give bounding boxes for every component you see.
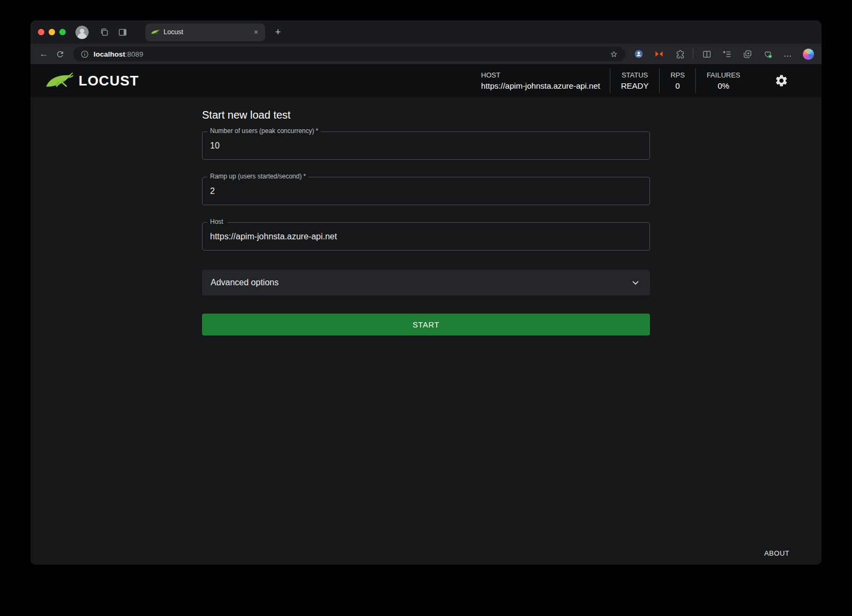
browser-toolbar: ← localhost :8089 [30, 44, 822, 64]
copilot-icon[interactable] [800, 46, 816, 62]
workspaces-icon[interactable] [96, 24, 112, 40]
vertical-tabs-icon[interactable] [114, 24, 130, 40]
browser-window: Locust × + ← localhost :8089 [30, 20, 822, 565]
chevron-down-icon [630, 277, 641, 288]
users-field-label: Number of users (peak concurrency)* [207, 127, 321, 135]
start-button[interactable]: START [202, 314, 650, 336]
host-input[interactable] [202, 222, 650, 251]
locust-brand[interactable]: LOCUST [44, 72, 139, 90]
stat-failures-value: 0% [718, 80, 730, 91]
address-bar[interactable]: localhost :8089 [73, 46, 625, 61]
stat-rps-label: RPS [670, 71, 685, 80]
ramp-up-field-label: Ramp up (users started/second)* [207, 173, 308, 180]
stat-host-value: https://apim-johnsta.azure-api.net [481, 80, 600, 91]
host-field-label: Host [207, 218, 228, 225]
window-controls [38, 29, 66, 35]
start-test-form: Start new load test Number of users (pea… [202, 97, 650, 336]
favorite-star-icon[interactable] [607, 48, 620, 60]
locust-favicon-icon [151, 28, 159, 36]
advanced-options-label: Advanced options [211, 278, 278, 287]
stat-status: STATUS READY [610, 71, 660, 91]
extensions-icon[interactable] [671, 46, 687, 62]
favorites-icon[interactable] [719, 46, 735, 62]
ramp-up-input[interactable] [202, 177, 650, 205]
back-icon[interactable]: ← [36, 46, 52, 62]
advanced-options-accordion[interactable]: Advanced options [202, 270, 650, 295]
person-icon [75, 26, 89, 39]
extension-b-icon[interactable] [651, 46, 667, 62]
tab-title: Locust [164, 28, 251, 36]
stat-rps-value: 0 [676, 80, 680, 91]
reload-icon[interactable] [52, 46, 68, 62]
split-screen-icon[interactable] [699, 46, 715, 62]
close-tab-icon[interactable]: × [251, 27, 261, 37]
page-content: Start new load test Number of users (pea… [30, 97, 822, 565]
stat-status-label: STATUS [622, 71, 648, 80]
stat-status-value: READY [621, 80, 649, 91]
url-port: :8089 [125, 50, 143, 58]
close-window-button[interactable] [38, 29, 44, 35]
profile-avatar[interactable] [75, 26, 89, 39]
stat-failures: FAILURES 0% [696, 71, 751, 91]
locust-app: LOCUST HOST https://apim-johnsta.azure-a… [30, 64, 822, 565]
site-info-icon[interactable] [79, 48, 90, 60]
about-link[interactable]: ABOUT [764, 549, 789, 557]
users-field-group: Number of users (peak concurrency)* [202, 131, 650, 160]
browser-essentials-icon[interactable] [760, 46, 776, 62]
minimize-window-button[interactable] [49, 29, 55, 35]
locust-logo-icon [44, 72, 73, 90]
ramp-up-field-group: Ramp up (users started/second)* [202, 177, 650, 205]
navbar-stats: HOST https://apim-johnsta.azure-api.net … [470, 68, 791, 93]
toolbar-icon-cluster: … [631, 46, 816, 62]
zoom-window-button[interactable] [59, 29, 66, 35]
more-menu-icon[interactable]: … [780, 46, 796, 62]
stat-host: HOST https://apim-johnsta.azure-api.net [470, 71, 610, 91]
browser-tab-strip: Locust × + [30, 20, 822, 44]
locust-navbar: LOCUST HOST https://apim-johnsta.azure-a… [30, 64, 822, 97]
stat-host-label: HOST [481, 71, 500, 80]
toolbar-divider [693, 49, 693, 59]
host-field-group: Host [202, 222, 650, 251]
page-title: Start new load test [202, 109, 650, 121]
collections-icon[interactable] [739, 46, 755, 62]
stat-rps: RPS 0 [660, 71, 695, 91]
extension-a-icon[interactable] [631, 46, 647, 62]
new-tab-button[interactable]: + [270, 25, 285, 40]
stat-failures-label: FAILURES [707, 71, 740, 80]
brand-title: LOCUST [79, 73, 139, 89]
settings-gear-icon[interactable] [772, 72, 791, 90]
users-input[interactable] [202, 131, 650, 160]
url-host: localhost [94, 50, 125, 58]
browser-tab-locust[interactable]: Locust × [145, 24, 265, 41]
